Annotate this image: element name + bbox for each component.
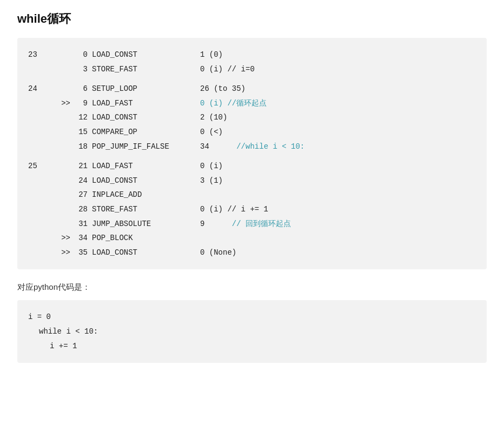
arg: 2 (10) bbox=[200, 110, 476, 125]
offset: 6 bbox=[72, 82, 92, 96]
table-row: >> 34 POP_BLOCK bbox=[28, 231, 476, 245]
arg: 0 (None) bbox=[200, 245, 476, 260]
arg: 0 (i) // i=0 bbox=[200, 62, 476, 77]
python-line: i = 0 bbox=[28, 310, 476, 324]
table-row: 15 COMPARE_OP 0 (<) bbox=[28, 125, 476, 140]
python-block: i = 0 while i < 10: i += 1 bbox=[17, 300, 487, 363]
offset: 27 bbox=[72, 188, 92, 202]
offset: 0 bbox=[72, 48, 92, 62]
opname: POP_JUMP_IF_FALSE bbox=[92, 140, 200, 154]
page-title: while循环 bbox=[17, 11, 487, 27]
table-row: 23 0 LOAD_CONST 1 (0) bbox=[28, 48, 476, 62]
arg: 0 (i) // i += 1 bbox=[200, 202, 476, 217]
offset: 35 bbox=[72, 245, 92, 260]
arg: 26 (to 35) bbox=[200, 82, 476, 96]
arg: 9 // 回到循环起点 bbox=[200, 217, 476, 231]
table-row: 3 STORE_FAST 0 (i) // i=0 bbox=[28, 62, 476, 77]
bytecode-block: 23 0 LOAD_CONST 1 (0) 3 STORE_FAST 0 (i)… bbox=[17, 38, 487, 269]
arrow: >> bbox=[55, 96, 72, 111]
opname: LOAD_FAST bbox=[92, 96, 200, 111]
line-number: 24 bbox=[28, 82, 55, 96]
opname: JUMP_ABSOLUTE bbox=[92, 217, 200, 231]
opname: POP_BLOCK bbox=[92, 231, 200, 245]
table-row: 27 INPLACE_ADD bbox=[28, 188, 476, 202]
opname: LOAD_CONST bbox=[92, 48, 200, 62]
offset: 28 bbox=[72, 202, 92, 217]
section-label: 对应python代码是： bbox=[17, 282, 487, 293]
opname: COMPARE_OP bbox=[92, 125, 200, 140]
arrow: >> bbox=[55, 231, 72, 245]
opname: LOAD_CONST bbox=[92, 245, 200, 260]
table-row: >> 35 LOAD_CONST 0 (None) bbox=[28, 245, 476, 260]
offset: 9 bbox=[72, 96, 92, 111]
arg: 0 (i) bbox=[200, 159, 476, 174]
opname: LOAD_CONST bbox=[92, 174, 200, 188]
offset: 34 bbox=[72, 231, 92, 245]
table-row: 24 LOAD_CONST 3 (1) bbox=[28, 174, 476, 188]
offset: 3 bbox=[72, 62, 92, 77]
arg: 3 (1) bbox=[200, 174, 476, 188]
offset: 21 bbox=[72, 159, 92, 174]
opname: SETUP_LOOP bbox=[92, 82, 200, 96]
offset: 31 bbox=[72, 217, 92, 231]
python-line: while i < 10: bbox=[28, 324, 476, 339]
table-row: >> 9 LOAD_FAST 0 (i) //循环起点 bbox=[28, 96, 476, 111]
offset: 12 bbox=[72, 110, 92, 125]
python-line: i += 1 bbox=[28, 339, 476, 354]
opname: STORE_FAST bbox=[92, 62, 200, 77]
offset: 18 bbox=[72, 140, 92, 154]
line-number: 25 bbox=[28, 159, 55, 174]
arg: 34 //while i < 10: bbox=[200, 140, 476, 154]
arg: 0 (<) bbox=[200, 125, 476, 140]
table-row: 24 6 SETUP_LOOP 26 (to 35) bbox=[28, 82, 476, 96]
table-row: 25 21 LOAD_FAST 0 (i) bbox=[28, 159, 476, 174]
offset: 15 bbox=[72, 125, 92, 140]
arg: 1 (0) bbox=[200, 48, 476, 62]
line-number: 23 bbox=[28, 48, 55, 62]
opname: LOAD_CONST bbox=[92, 110, 200, 125]
arrow: >> bbox=[55, 245, 72, 260]
table-row: 31 JUMP_ABSOLUTE 9 // 回到循环起点 bbox=[28, 217, 476, 231]
table-row: 28 STORE_FAST 0 (i) // i += 1 bbox=[28, 202, 476, 217]
table-row: 18 POP_JUMP_IF_FALSE 34 //while i < 10: bbox=[28, 140, 476, 154]
opname: INPLACE_ADD bbox=[92, 188, 200, 202]
table-row: 12 LOAD_CONST 2 (10) bbox=[28, 110, 476, 125]
offset: 24 bbox=[72, 174, 92, 188]
opname: STORE_FAST bbox=[92, 202, 200, 217]
arg: 0 (i) //循环起点 bbox=[200, 96, 476, 111]
opname: LOAD_FAST bbox=[92, 159, 200, 174]
